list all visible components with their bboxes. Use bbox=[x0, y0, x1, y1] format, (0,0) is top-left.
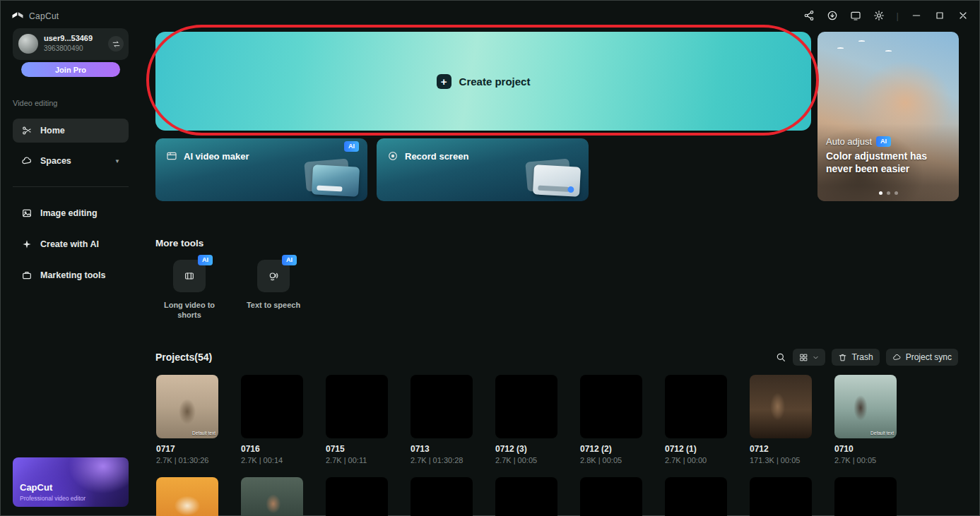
hero-promo-card[interactable]: Auto adjust AI Color adjustment has neve… bbox=[817, 32, 959, 201]
project-thumbnail[interactable] bbox=[750, 477, 812, 516]
film-strip-icon bbox=[184, 270, 195, 282]
app-logo: CapCut bbox=[11, 10, 59, 23]
create-project-button[interactable]: + Create project bbox=[155, 32, 811, 131]
project-thumbnail[interactable] bbox=[750, 375, 812, 438]
card-label: AI video maker bbox=[184, 151, 249, 162]
minimize-button[interactable] bbox=[911, 10, 922, 21]
view-mode-button[interactable] bbox=[793, 349, 825, 366]
trash-icon bbox=[838, 353, 847, 362]
hero-feature-label: Auto adjust bbox=[826, 136, 872, 147]
tool-long-video-to-shorts[interactable]: AI Long video to shorts bbox=[154, 260, 225, 320]
trash-button[interactable]: Trash bbox=[832, 349, 879, 366]
project-meta: 2.7K | 00:05 bbox=[495, 456, 557, 464]
project-card[interactable] bbox=[326, 477, 388, 516]
project-thumbnail[interactable] bbox=[156, 477, 218, 516]
project-card[interactable] bbox=[411, 477, 473, 516]
project-name: 0712 (1) bbox=[665, 444, 727, 454]
bird-decoration bbox=[858, 40, 865, 42]
more-tools-title: More tools bbox=[155, 238, 203, 248]
cloud-sync-icon bbox=[892, 353, 902, 362]
projects-grid-row-1: Default text 0717 2.7K | 01:30:26 0716 2… bbox=[156, 375, 897, 464]
chevron-down-icon bbox=[813, 354, 819, 361]
project-card[interactable] bbox=[750, 477, 812, 516]
sidebar-item-create-with-ai[interactable]: Create with AI bbox=[13, 232, 129, 256]
avatar bbox=[18, 34, 38, 54]
capcut-window: CapCut | user9...53469 3963800490 bbox=[0, 0, 980, 516]
project-thumbnail[interactable] bbox=[326, 375, 388, 438]
project-thumbnail[interactable] bbox=[580, 375, 642, 438]
project-card[interactable]: Default text 0710 2.7K | 00:05 bbox=[834, 375, 897, 464]
project-thumbnail[interactable] bbox=[241, 375, 303, 438]
sidebar-item-home[interactable]: Home bbox=[13, 119, 129, 143]
project-meta: 2.7K | 01:30:26 bbox=[156, 456, 218, 464]
capcut-promo-card[interactable]: CapCut Professional video editor bbox=[13, 457, 129, 507]
card-label: Record screen bbox=[405, 151, 468, 162]
project-name: 0712 (3) bbox=[495, 444, 557, 454]
project-card[interactable] bbox=[241, 477, 303, 516]
bird-decoration bbox=[885, 50, 892, 52]
search-icon[interactable] bbox=[775, 352, 786, 363]
promo-subtitle: Professional video editor bbox=[20, 495, 85, 502]
promo-title: CapCut bbox=[20, 482, 52, 493]
updates-icon[interactable] bbox=[827, 10, 838, 21]
project-card[interactable] bbox=[156, 477, 218, 516]
project-card[interactable]: 0713 2.7K | 01:30:28 bbox=[411, 375, 473, 464]
feedback-icon[interactable] bbox=[850, 10, 861, 21]
project-thumbnail[interactable]: Default text bbox=[156, 375, 218, 438]
project-thumbnail[interactable] bbox=[495, 477, 557, 516]
carousel-dots[interactable] bbox=[817, 191, 959, 195]
switch-account-icon[interactable] bbox=[108, 36, 124, 52]
sidebar-item-image-editing[interactable]: Image editing bbox=[13, 201, 129, 225]
project-thumbnail[interactable] bbox=[411, 375, 473, 438]
project-thumbnail[interactable] bbox=[411, 477, 473, 516]
maximize-button[interactable] bbox=[934, 10, 945, 21]
ai-video-maker-card[interactable]: AI video maker AI bbox=[155, 138, 367, 201]
project-thumbnail[interactable] bbox=[495, 375, 557, 438]
project-thumbnail[interactable]: Default text bbox=[834, 375, 897, 438]
tool-label: Text to speech bbox=[238, 300, 309, 310]
video-maker-icon bbox=[166, 150, 177, 162]
project-name: 0712 bbox=[750, 444, 812, 454]
project-card[interactable] bbox=[665, 477, 727, 516]
scissors-icon bbox=[21, 125, 33, 136]
project-card[interactable] bbox=[495, 477, 557, 516]
project-card[interactable]: Default text 0717 2.7K | 01:30:26 bbox=[156, 375, 218, 464]
project-card[interactable]: 0712 (1) 2.7K | 00:00 bbox=[665, 375, 727, 464]
project-thumbnail[interactable] bbox=[834, 477, 897, 516]
project-thumbnail[interactable] bbox=[665, 477, 727, 516]
project-meta: 2.7K | 01:30:28 bbox=[411, 456, 473, 464]
project-sync-button[interactable]: Project sync bbox=[886, 349, 958, 366]
project-card[interactable]: 0715 2.7K | 00:11 bbox=[326, 375, 388, 464]
sidebar-item-spaces[interactable]: Spaces ▼ bbox=[13, 149, 129, 173]
user-name: user9...53469 bbox=[44, 34, 93, 42]
create-project-label: Create project bbox=[459, 76, 531, 88]
record-screen-card[interactable]: Record screen bbox=[377, 138, 589, 201]
project-thumbnail[interactable] bbox=[326, 477, 388, 516]
project-thumbnail[interactable] bbox=[241, 477, 303, 516]
project-card[interactable] bbox=[580, 477, 642, 516]
tool-text-to-speech[interactable]: AI Text to speech bbox=[238, 260, 309, 310]
share-icon[interactable] bbox=[803, 10, 815, 21]
card-thumbnail bbox=[521, 160, 580, 197]
project-thumbnail[interactable] bbox=[665, 375, 727, 438]
project-card[interactable] bbox=[834, 477, 897, 516]
project-thumbnail[interactable] bbox=[580, 477, 642, 516]
project-meta: 2.7K | 00:05 bbox=[834, 456, 897, 464]
project-card[interactable]: 0716 2.7K | 00:14 bbox=[241, 375, 303, 464]
project-name: 0716 bbox=[241, 444, 303, 454]
settings-icon[interactable] bbox=[873, 10, 885, 21]
project-card[interactable]: 0712 (2) 2.8K | 00:05 bbox=[580, 375, 642, 464]
sidebar-item-marketing-tools[interactable]: Marketing tools bbox=[13, 263, 129, 287]
capcut-logo-icon bbox=[11, 10, 24, 23]
project-card[interactable]: 0712 (3) 2.7K | 00:05 bbox=[495, 375, 557, 464]
sidebar-item-label: Home bbox=[40, 126, 65, 136]
ai-badge: AI bbox=[344, 141, 359, 152]
join-pro-button[interactable]: Join Pro bbox=[21, 62, 120, 77]
project-meta: 2.7K | 00:11 bbox=[326, 456, 388, 464]
hero-title: Color adjustment has never been easier bbox=[826, 150, 947, 175]
speech-icon bbox=[268, 270, 279, 282]
user-profile-card[interactable]: user9...53469 3963800490 bbox=[13, 28, 129, 60]
project-card[interactable]: 0712 171.3K | 00:05 bbox=[750, 375, 812, 464]
close-button[interactable] bbox=[957, 10, 969, 21]
thumbnail-caption: Default text bbox=[870, 431, 894, 436]
